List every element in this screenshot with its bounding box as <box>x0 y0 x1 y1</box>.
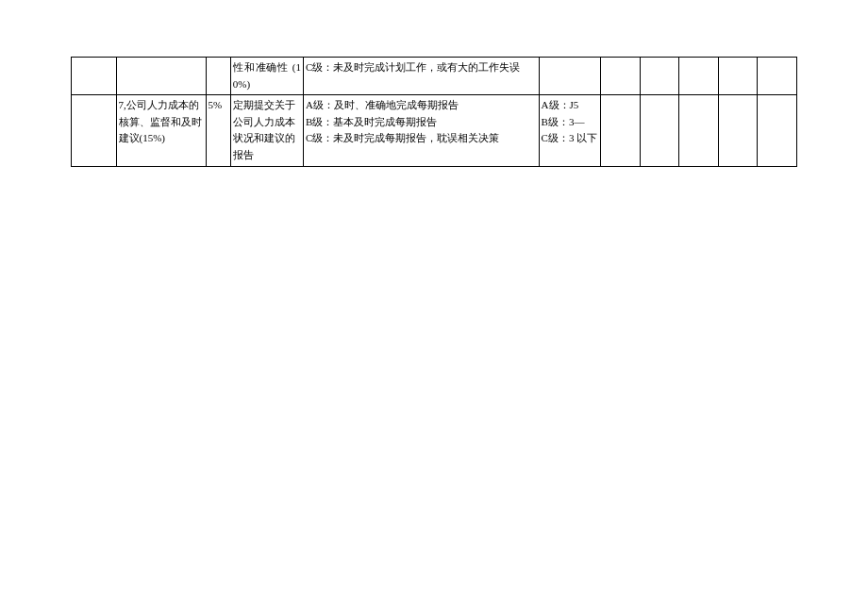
cell-d2: 定期提交关于公司人力成本状况和建议的报告 <box>230 95 303 166</box>
cell-j1 <box>718 58 758 95</box>
cell-c1 <box>206 58 230 95</box>
cell-e1: C级：未及时完成计划工作，或有大的工作失误 <box>304 58 540 95</box>
cell-i1 <box>679 58 719 95</box>
grade-b-text: B级：基本及时完成每期报告 <box>306 114 537 131</box>
cell-h1 <box>640 58 679 95</box>
cell-f2: A级：J5 B级：3— C级：3 以下 <box>539 95 600 166</box>
cell-e2: A级：及时、准确地完成每期报告 B级：基本及时完成每期报告 C级：未及时完成每期… <box>304 95 540 166</box>
cell-j2 <box>718 95 758 166</box>
cell-d1: 性和准确性 (10%) <box>230 58 303 95</box>
grade-c-text: C级：未及时完成每期报告，耽误相关决策 <box>306 130 537 147</box>
cell-g2 <box>600 95 640 166</box>
cell-a2 <box>72 95 117 166</box>
cell-f1 <box>539 58 600 95</box>
grade-a-text: A级：及时、准确地完成每期报告 <box>306 97 537 114</box>
cell-a1 <box>72 58 117 95</box>
table-row: 性和准确性 (10%) C级：未及时完成计划工作，或有大的工作失误 <box>72 58 797 95</box>
score-a-text: A级：J5 <box>542 97 598 114</box>
cell-g1 <box>600 58 640 95</box>
score-c-text: C级：3 以下 <box>542 130 598 147</box>
cell-k2 <box>758 95 797 166</box>
evaluation-table: 性和准确性 (10%) C级：未及时完成计划工作，或有大的工作失误 7,公司人力… <box>71 57 797 167</box>
score-b-text: B级：3— <box>542 114 598 131</box>
cell-b2: 7,公司人力成本的核算、监督和及时建议(15%) <box>116 95 206 166</box>
cell-k1 <box>758 58 797 95</box>
cell-b1 <box>116 58 206 95</box>
cell-h2 <box>640 95 679 166</box>
cell-i2 <box>679 95 719 166</box>
table-row: 7,公司人力成本的核算、监督和及时建议(15%) 5% 定期提交关于公司人力成本… <box>72 95 797 166</box>
cell-c2: 5% <box>206 95 230 166</box>
